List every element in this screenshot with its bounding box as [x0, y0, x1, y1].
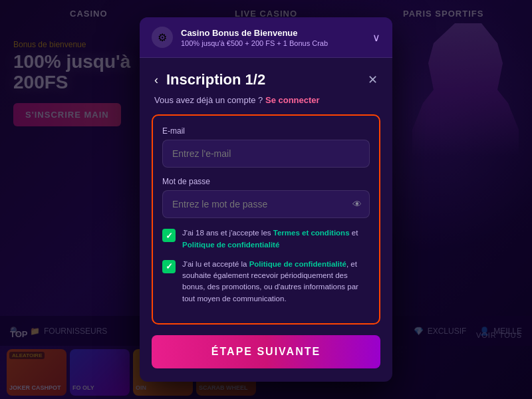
modal-header: ‹ Inscription 1/2 ✕: [140, 58, 392, 95]
checkbox1[interactable]: [162, 229, 176, 242]
already-account-section: Vous avez déjà un compte ? Se connecter: [140, 95, 392, 114]
password-label: Mot de passe: [162, 177, 370, 186]
modal-title: Inscription 1/2: [166, 71, 360, 88]
back-button[interactable]: ‹: [154, 73, 158, 87]
password-input[interactable]: [162, 190, 370, 218]
login-link[interactable]: Se connecter: [265, 95, 320, 105]
password-group: Mot de passe 👁: [162, 177, 370, 218]
bonus-text: Casino Bonus de Bienvenue 100% jusqu'à €…: [181, 28, 364, 47]
email-group: E-mail: [162, 126, 370, 168]
privacy-link2[interactable]: Politique de confidentialité: [249, 260, 346, 268]
checkbox1-group: J'ai 18 ans et j'accepte les Termes et c…: [162, 227, 370, 251]
password-input-wrapper: 👁: [162, 190, 370, 218]
privacy-link1[interactable]: Politique de confidentialité: [182, 241, 279, 249]
bonus-title: Casino Bonus de Bienvenue: [181, 28, 364, 38]
registration-form: E-mail Mot de passe 👁 J'ai 18 ans et j'a…: [152, 114, 380, 325]
checkbox2-group: J'ai lu et accepté la Politique de confi…: [162, 259, 370, 305]
chevron-down-icon: ∨: [372, 31, 380, 44]
checkbox2-text: J'ai lu et accepté la Politique de confi…: [182, 259, 370, 305]
registration-modal: ⚙ Casino Bonus de Bienvenue 100% jusqu'à…: [140, 17, 392, 382]
email-input[interactable]: [162, 140, 370, 168]
bonus-banner[interactable]: ⚙ Casino Bonus de Bienvenue 100% jusqu'à…: [140, 17, 392, 58]
checkbox1-text: J'ai 18 ans et j'accepte les Termes et c…: [182, 227, 370, 251]
submit-button[interactable]: ÉTAPE SUIVANTE: [152, 335, 380, 368]
already-account-text: Vous avez déjà un compte ?: [154, 95, 263, 105]
bonus-icon: ⚙: [152, 27, 173, 48]
bonus-subtitle: 100% jusqu'à €500 + 200 FS + 1 Bonus Cra…: [181, 39, 364, 47]
close-button[interactable]: ✕: [368, 72, 378, 87]
terms-link[interactable]: Termes et conditions: [273, 229, 350, 237]
modal-overlay: ⚙ Casino Bonus de Bienvenue 100% jusqu'à…: [0, 0, 532, 399]
checkbox2[interactable]: [162, 260, 176, 273]
email-label: E-mail: [162, 126, 370, 136]
password-toggle-icon[interactable]: 👁: [352, 199, 362, 209]
